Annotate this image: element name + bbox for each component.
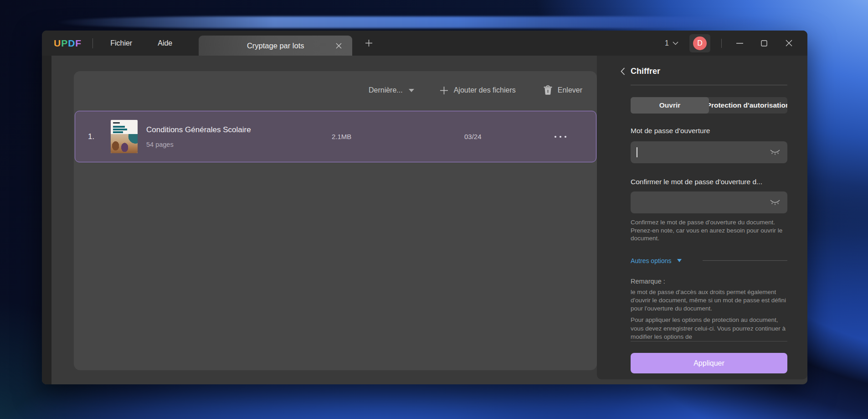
remove-button[interactable]: Enlever	[543, 85, 582, 95]
confirm-password-field	[631, 191, 787, 213]
caret-down-icon	[409, 89, 414, 92]
minimize-button[interactable]	[733, 36, 746, 50]
add-files-label: Ajouter des fichiers	[454, 86, 516, 94]
desktop-wallpaper: U P D F Fichier Aide Cryptage par lots 1	[0, 0, 868, 419]
updf-logo: U P D F	[54, 38, 82, 49]
file-index: 1.	[88, 132, 105, 141]
open-password-label: Mot de passe d'ouverture	[631, 127, 787, 136]
titlebar-separator	[92, 38, 93, 48]
tab-ouvrir[interactable]: Ouvrir	[631, 97, 709, 114]
center-column: Dernière... Ajouter des fichiers	[51, 56, 597, 384]
panel-header: Chiffrer	[631, 65, 787, 77]
account-button[interactable]: D	[689, 34, 710, 52]
panel-title: Chiffrer	[631, 67, 660, 76]
plus-icon	[440, 86, 448, 95]
open-docs-count: 1	[665, 39, 669, 47]
close-button[interactable]	[782, 36, 796, 50]
open-password-field	[631, 141, 787, 163]
more-options-label: Autres options	[631, 257, 672, 264]
file-size: 2.1MB	[310, 133, 464, 140]
tab-close-icon[interactable]	[334, 41, 343, 50]
open-docs-dropdown[interactable]: 1	[665, 39, 678, 47]
updf-window: U P D F Fichier Aide Cryptage par lots 1	[42, 31, 807, 384]
apply-button[interactable]: Appliquer	[631, 353, 787, 373]
file-title: Conditions Générales Scolaire	[146, 125, 310, 134]
caret-down-icon	[677, 259, 682, 262]
note-paragraph: le mot de passe d'accès aux droits perme…	[631, 288, 787, 313]
tab-cryptage-par-lots[interactable]: Cryptage par lots	[199, 36, 352, 56]
file-date: 03/24	[464, 133, 554, 140]
logo-letter: D	[68, 38, 75, 49]
chevron-down-icon	[673, 41, 678, 45]
options-divider-line	[703, 260, 788, 261]
menu-aide[interactable]: Aide	[153, 36, 177, 50]
wallpaper-ribbon	[55, 16, 786, 28]
menu-fichier[interactable]: Fichier	[106, 36, 137, 50]
file-list-panel: Dernière... Ajouter des fichiers	[74, 71, 597, 370]
file-row-selected[interactable]: 1. Conditions Générales Scolaire 54 page…	[75, 111, 596, 162]
back-button[interactable]	[618, 66, 628, 76]
file-pages: 54 pages	[146, 141, 310, 148]
more-options-link[interactable]: Autres options	[631, 257, 682, 264]
logo-letter: P	[61, 38, 68, 49]
options-row: Autres options	[631, 256, 787, 265]
eye-closed-icon[interactable]	[769, 147, 781, 158]
confirm-password-label: Confirmer le mot de passe d'ouverture d.…	[631, 178, 787, 187]
open-password-input[interactable]	[637, 141, 767, 163]
file-text-block: Conditions Générales Scolaire 54 pages	[146, 125, 310, 148]
titlebar-right: 1 D	[665, 34, 807, 52]
confirm-password-input[interactable]	[637, 191, 767, 213]
sort-label: Dernière...	[369, 86, 403, 94]
tab-label: Cryptage par lots	[247, 41, 304, 50]
note-text: le mot de passe d'accès aux droits perme…	[631, 288, 787, 341]
avatar: D	[693, 36, 707, 50]
file-more-actions[interactable]	[554, 135, 596, 138]
window-body: Dernière... Ajouter des fichiers	[42, 56, 807, 384]
titlebar: U P D F Fichier Aide Cryptage par lots 1	[42, 31, 807, 56]
titlebar-separator	[721, 39, 722, 48]
text-caret	[637, 147, 637, 157]
chevron-left-icon	[621, 67, 625, 75]
add-files-button[interactable]: Ajouter des fichiers	[440, 86, 516, 95]
chiffrer-panel: Chiffrer Ouvrir Protection d'autorisatio…	[597, 56, 807, 379]
new-tab-button[interactable]	[362, 37, 375, 50]
left-edge-strip	[42, 56, 51, 384]
list-toolbar: Dernière... Ajouter des fichiers	[74, 80, 597, 100]
confirm-help-text: Confirmez le mot de passe d'ouverture du…	[631, 218, 787, 243]
password-type-tabs: Ouvrir Protection d'autorisation	[631, 97, 787, 114]
panel-divider	[631, 85, 787, 85]
remove-label: Enlever	[558, 86, 582, 94]
trash-icon	[543, 85, 553, 95]
bottom-divider	[631, 341, 787, 341]
more-actions-icon	[554, 135, 567, 138]
note-paragraph: Pour appliquer les options de protection…	[631, 316, 787, 341]
sort-dropdown[interactable]: Dernière...	[369, 86, 414, 94]
logo-letter: U	[54, 38, 61, 49]
logo-letter: F	[75, 38, 82, 49]
note-title: Remarque :	[631, 278, 787, 286]
maximize-button[interactable]	[757, 36, 771, 50]
tab-protection-autorisation[interactable]: Protection d'autorisation	[709, 97, 787, 114]
eye-closed-icon[interactable]	[769, 197, 781, 208]
file-thumbnail	[111, 120, 138, 153]
